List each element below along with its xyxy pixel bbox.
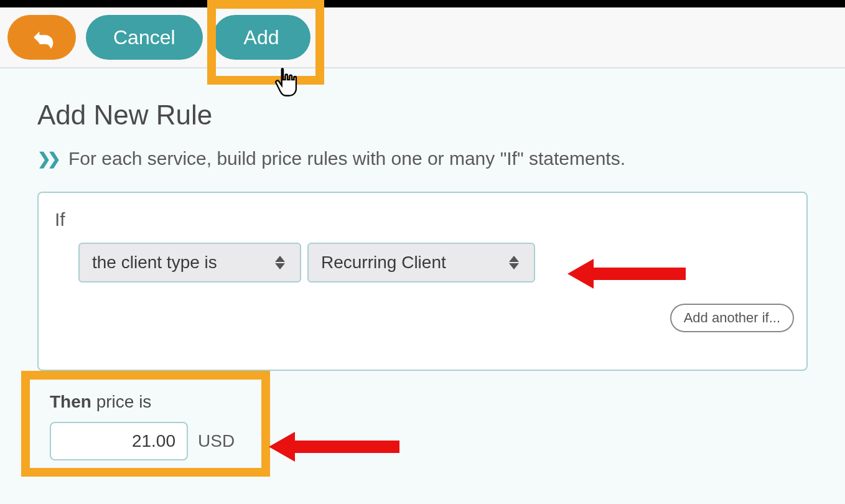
svg-marker-1: [269, 432, 399, 462]
currency-label: USD: [198, 431, 235, 451]
condition-value-select[interactable]: Recurring Client: [307, 243, 535, 282]
red-arrow-annotation: [269, 428, 406, 465]
cancel-button[interactable]: Cancel: [86, 15, 203, 60]
page-title: Add New Rule: [37, 100, 808, 131]
top-black-bar: [0, 0, 845, 7]
add-button[interactable]: Add: [213, 15, 310, 60]
price-row: USD: [50, 422, 235, 460]
price-input[interactable]: [50, 422, 188, 460]
if-label: If: [55, 209, 790, 230]
header-toolbar: Cancel Add: [0, 7, 845, 68]
condition-type-select[interactable]: the client type is: [78, 243, 301, 282]
add-another-if-button[interactable]: Add another if...: [670, 304, 794, 332]
condition-type-value: the client type is: [92, 253, 217, 273]
subtitle-row: ❯❯ For each service, build price rules w…: [37, 148, 808, 169]
then-suffix: price is: [96, 392, 152, 411]
chevrons-right-icon: ❯❯: [37, 149, 57, 169]
sort-arrows-icon: [275, 255, 287, 270]
subtitle-text: For each service, build price rules with…: [68, 148, 625, 169]
back-button[interactable]: [7, 15, 76, 60]
page-content: Add New Rule ❯❯ For each service, build …: [0, 68, 845, 402]
then-label: Then price is: [50, 392, 235, 412]
condition-value-text: Recurring Client: [321, 253, 446, 273]
sort-arrows-icon: [509, 255, 521, 270]
rule-box: If the client type is Recurring Client A…: [37, 192, 808, 371]
condition-selects-row: the client type is Recurring Client: [78, 243, 790, 282]
then-prefix: Then: [50, 392, 91, 411]
then-block: Then price is USD: [22, 372, 253, 475]
back-arrow-icon: [28, 24, 55, 51]
